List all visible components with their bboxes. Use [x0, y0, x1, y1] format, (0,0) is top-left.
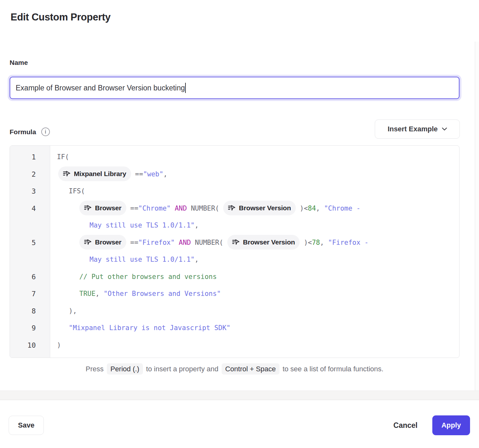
code-token: , — [320, 239, 328, 246]
insert-example-label: Insert Example — [388, 125, 438, 133]
code-token: TRUE — [79, 290, 96, 297]
code-token: == — [126, 205, 138, 212]
apply-button[interactable]: Apply — [432, 415, 470, 435]
edit-custom-property-dialog: Edit Custom Property Name Example of Bro… — [0, 0, 479, 448]
code-token: May still use TLS 1.0/1.1" — [90, 221, 195, 229]
property-chip-label: Browser — [95, 234, 122, 251]
property-chip[interactable]: Browser — [79, 235, 126, 250]
property-chip[interactable]: Browser Version — [227, 235, 300, 250]
code-token: "Other Browsers and Versions" — [104, 290, 221, 297]
event-property-icon — [84, 239, 91, 245]
info-icon[interactable]: i — [41, 127, 50, 136]
event-property-icon — [228, 205, 235, 211]
event-property-icon — [84, 205, 91, 211]
code-line[interactable]: TRUE, "Other Browsers and Versions" — [57, 285, 453, 303]
code-token: , — [195, 221, 199, 229]
code-token: NUMBER( — [191, 205, 223, 212]
code-line[interactable]: ), — [57, 303, 453, 320]
property-chip[interactable]: Mixpanel Library — [58, 166, 131, 181]
line-number — [10, 217, 50, 234]
property-chip[interactable]: Browser — [79, 201, 126, 215]
code-token: )< — [296, 205, 308, 212]
property-chip-label: Mixpanel Library — [74, 165, 126, 182]
code-token: 78 — [312, 239, 320, 246]
page-title: Edit Custom Property — [11, 12, 111, 23]
editor-code[interactable]: IF(Mixpanel Library =="web",IFS(Browser … — [50, 146, 459, 358]
name-input[interactable]: Example of Browser and Browser Version b… — [10, 77, 459, 99]
line-number: 6 — [10, 268, 50, 286]
cancel-button[interactable]: Cancel — [385, 416, 426, 435]
property-chip-label: Browser — [95, 199, 122, 217]
save-button[interactable]: Save — [9, 416, 44, 435]
code-token: AND — [175, 239, 195, 246]
code-token: "Firefox - — [328, 239, 368, 246]
code-line[interactable]: ) — [57, 337, 453, 354]
formula-header: Formula i — [10, 127, 50, 136]
scrollbar-track[interactable] — [475, 42, 479, 390]
code-token: "Firefox" — [138, 239, 175, 246]
code-line[interactable]: Mixpanel Library =="web", — [57, 166, 453, 183]
editor-gutter: 12345678910 — [10, 146, 50, 358]
code-token: IFS( — [69, 187, 85, 195]
property-chip-label: Browser Version — [239, 199, 291, 217]
code-token: 84 — [308, 205, 316, 212]
code-token: , — [96, 290, 104, 297]
code-line[interactable]: Browser =="Chrome" AND NUMBER( Browser V… — [57, 200, 453, 217]
code-token: == — [126, 239, 138, 246]
event-property-icon — [232, 239, 240, 245]
code-token: NUMBER( — [195, 239, 227, 246]
code-line[interactable]: IF( — [57, 149, 453, 166]
code-line[interactable]: May still use TLS 1.0/1.1", — [57, 251, 453, 268]
formula-editor[interactable]: 12345678910 IF(Mixpanel Library =="web",… — [10, 145, 459, 358]
code-line[interactable]: May still use TLS 1.0/1.1", — [57, 217, 453, 234]
line-number: 3 — [10, 183, 50, 200]
code-line[interactable]: // Put other browsers and versions — [57, 268, 453, 286]
line-number — [10, 251, 50, 268]
code-token: == — [131, 170, 143, 178]
property-chip[interactable]: Browser Version — [223, 201, 296, 215]
code-token: IF( — [57, 153, 69, 161]
name-label: Name — [10, 59, 28, 66]
line-number: 4 — [10, 200, 50, 217]
code-token: "Mixpanel Library is not Javascript SDK" — [69, 324, 231, 332]
line-number: 8 — [10, 303, 50, 320]
name-input-value: Example of Browser and Browser Version b… — [16, 84, 185, 92]
insert-example-button[interactable]: Insert Example — [375, 120, 460, 139]
line-number: 1 — [10, 149, 50, 166]
line-number: 5 — [10, 234, 50, 251]
code-token: )< — [300, 239, 312, 246]
formula-label: Formula — [10, 128, 36, 136]
hint-text: to insert a property and — [144, 365, 220, 373]
line-number: 9 — [10, 320, 50, 337]
property-chip-label: Browser Version — [243, 234, 295, 251]
code-token: // Put other browsers and versions — [79, 273, 217, 281]
editor-hint: Press Period (.) to insert a property an… — [10, 362, 459, 376]
chevron-down-icon — [442, 127, 447, 131]
code-line[interactable]: "Mixpanel Library is not Javascript SDK" — [57, 320, 453, 337]
code-token: "web" — [143, 170, 163, 178]
line-number: 10 — [10, 337, 50, 354]
line-number: 7 — [10, 285, 50, 303]
code-token: , — [163, 170, 168, 178]
code-line[interactable]: Browser =="Firefox" AND NUMBER( Browser … — [57, 234, 453, 251]
code-token: ), — [69, 307, 77, 315]
line-number: 2 — [10, 166, 50, 183]
code-token: , — [195, 256, 199, 263]
text-caret — [185, 83, 186, 93]
code-token: ) — [57, 341, 61, 349]
kbd-chip: Control + Space — [222, 363, 279, 375]
content-footer-divider — [0, 390, 479, 400]
hint-text: to see a list of formula functions. — [281, 365, 384, 373]
hint-text: Press — [86, 365, 106, 373]
code-token: "Chrome" — [138, 205, 171, 212]
code-token: , — [316, 205, 324, 212]
kbd-chip: Period (.) — [107, 363, 143, 375]
code-token: "Chrome - — [324, 205, 360, 212]
code-line[interactable]: IFS( — [57, 183, 453, 200]
code-token: May still use TLS 1.0/1.1" — [90, 256, 195, 263]
event-property-icon — [63, 171, 70, 177]
code-token: AND — [171, 205, 191, 212]
